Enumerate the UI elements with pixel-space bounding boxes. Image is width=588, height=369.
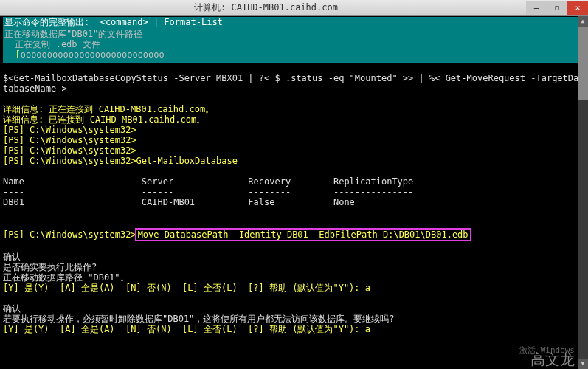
- table-header: Name Server Recovery ReplicationType: [3, 176, 585, 187]
- scroll-down-button[interactable]: ▼: [578, 359, 588, 369]
- watermark-author: 高文龙: [519, 355, 575, 365]
- output-header: 显示命令的完整输出: <command> | Format-List: [3, 17, 585, 27]
- prompt-move-dbpath: [PS] C:\Windows\system32>Move-DatabasePa…: [3, 228, 585, 241]
- pipeline-cmd-2: tabaseName >: [3, 83, 585, 94]
- window: 计算机: CAIHD-MB01.caihd.com — ☐ ✕ 显示命令的完整输…: [0, 0, 588, 369]
- scroll-thumb[interactable]: [578, 27, 588, 100]
- confirm1-title: 确认: [3, 252, 585, 262]
- highlighted-command: Move-DatabasePath -Identity DB01 -EdbFil…: [135, 228, 471, 241]
- confirm1-options: [Y] 是(Y) [A] 全是(A) [N] 否(N) [L] 全否(L) [?…: [3, 283, 585, 293]
- pipeline-cmd-1: $<Get-MailboxDatabaseCopyStatus -Server …: [3, 73, 585, 83]
- confirm2-question: 若要执行移动操作，必须暂时卸除数据库"DB01"，这将使所有用户都无法访问该数据…: [3, 314, 585, 324]
- terminal[interactable]: 显示命令的完整输出: <command> | Format-List 正在移动数…: [0, 16, 588, 369]
- table-row: DB01 CAIHD-MB01 False None: [3, 197, 585, 207]
- titlebar: 计算机: CAIHD-MB01.caihd.com — ☐ ✕: [0, 0, 588, 16]
- prompt-2: [PS] C:\Windows\system32>: [3, 135, 585, 145]
- scrollbar[interactable]: ▲ ▼: [578, 16, 588, 369]
- confirm2-title: 确认: [3, 303, 585, 314]
- prompt-get-mailboxdb: [PS] C:\Windows\system32>Get-MailboxData…: [3, 156, 585, 166]
- progress-line-2: 正在复制 .edb 文件: [4, 39, 584, 49]
- detail-connecting: 详细信息: 正在连接到 CAIHD-MB01.caihd.com。: [3, 104, 585, 114]
- detail-connected: 详细信息: 已连接到 CAIHD-MB01.caihd.com。: [3, 114, 585, 125]
- watermark: 激活 Windows 高文龙: [519, 345, 575, 365]
- progress-line-1: 正在移动数据库"DB01"的文件路径: [4, 29, 584, 39]
- confirm2-options: [Y] 是(Y) [A] 全是(A) [N] 否(N) [L] 全否(L) [?…: [3, 324, 585, 334]
- close-button[interactable]: ✕: [567, 1, 588, 15]
- prompt-3: [PS] C:\Windows\system32>: [3, 145, 585, 156]
- prompt-1: [PS] C:\Windows\system32>: [3, 125, 585, 135]
- scroll-up-button[interactable]: ▲: [578, 16, 588, 27]
- window-title: 计算机: CAIHD-MB01.caihd.com: [6, 1, 526, 14]
- progress-bar: [ooooooooooooooooooooooooooo ]: [4, 49, 584, 60]
- progress-panel: 正在移动数据库"DB01"的文件路径 正在复制 .edb 文件 [ooooooo…: [3, 27, 585, 63]
- confirm1-desc: 正在移动数据库路径 "DB01"。: [3, 272, 585, 283]
- confirm1-question: 是否确实要执行此操作?: [3, 262, 585, 272]
- minimize-button[interactable]: —: [526, 1, 547, 15]
- table-divider: ---- ------ -------- ---------------: [3, 187, 585, 197]
- maximize-button[interactable]: ☐: [547, 1, 567, 15]
